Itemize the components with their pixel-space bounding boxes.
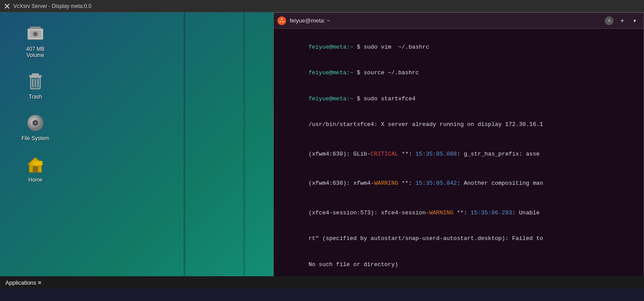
home-folder-icon	[25, 154, 46, 175]
volume-label-line2: Volume	[27, 52, 44, 58]
volume-drive-icon	[25, 23, 46, 44]
titlebar-text: VcXsrv Server - Display meta:0.0	[13, 3, 92, 9]
term-line-2: feiyue@meta:~ $ source ~/.bashrc	[281, 60, 636, 86]
trash-icon-item[interactable]: Trash	[13, 69, 58, 102]
term-line-4: /usr/bin/startxfce4: X server already ru…	[281, 112, 636, 138]
terminal-close-button[interactable]: ×	[605, 16, 613, 25]
term-line-6: (xfwm4:630): xfwm4-WARNING **: 15:35:05.…	[281, 171, 636, 197]
term-line-1: feiyue@meta:~ $ sudo vim ~/.bashrc	[281, 34, 636, 60]
term-line-9: No such file or directory)	[281, 251, 636, 278]
svg-point-23	[280, 21, 281, 22]
svg-point-6	[34, 33, 37, 35]
term-blank-2	[281, 167, 636, 171]
term-line-8: rt" (specified by autostart/snap-userd-a…	[281, 226, 636, 252]
x-icon	[4, 3, 11, 10]
trash-label: Trash	[29, 94, 42, 100]
terminal-titlebar: feiyue@meta: ~ × + ▾	[274, 13, 644, 29]
terminal-window: feiyue@meta: ~ × + ▾ feiyue@meta:~ $ sud…	[273, 12, 644, 289]
svg-point-21	[281, 18, 283, 19]
term-line-3: feiyue@meta:~ $ sudo startxfce4	[281, 86, 636, 112]
applications-menu[interactable]: Applications ≡	[2, 278, 45, 287]
terminal-output[interactable]: feiyue@meta:~ $ sudo vim ~/.bashrc feiyu…	[274, 29, 644, 288]
svg-rect-18	[33, 166, 38, 172]
desktop-icons-panel: 407 MB Volume Trash	[0, 12, 71, 289]
taskbar: Applications ≡	[0, 276, 644, 289]
desktop: 407 MB Volume Trash	[0, 12, 644, 289]
filesystem-icon-item[interactable]: File System	[13, 110, 58, 143]
volume-icon-item[interactable]: 407 MB Volume	[13, 21, 58, 60]
terminal-dropdown-button[interactable]: ▾	[629, 15, 640, 26]
filesystem-drive-icon	[25, 112, 46, 133]
desktop-divider-2	[243, 12, 245, 289]
term-blank-1	[281, 137, 636, 141]
trash-can-icon	[25, 71, 46, 92]
ubuntu-icon	[277, 16, 286, 25]
terminal-title-text: feiyue@meta: ~	[290, 17, 605, 24]
svg-rect-19	[33, 161, 42, 165]
svg-point-16	[34, 122, 36, 124]
volume-label-line1: 407 MB	[26, 46, 44, 52]
home-icon-item[interactable]: Home	[13, 152, 58, 185]
term-line-5: (xfwm4:630): GLib-CRITICAL **: 15:35:05.…	[281, 141, 636, 167]
term-line-7: (xfce4-session:573): xfce4-session-WARNI…	[281, 200, 636, 226]
home-label: Home	[28, 177, 42, 183]
svg-point-22	[283, 21, 284, 22]
window-titlebar: VcXsrv Server - Display meta:0.0	[0, 0, 644, 12]
term-blank-3	[281, 196, 636, 200]
filesystem-label: File System	[22, 135, 50, 141]
svg-rect-7	[30, 27, 41, 29]
terminal-add-tab-button[interactable]: +	[617, 15, 628, 26]
desktop-divider-1	[184, 12, 185, 289]
